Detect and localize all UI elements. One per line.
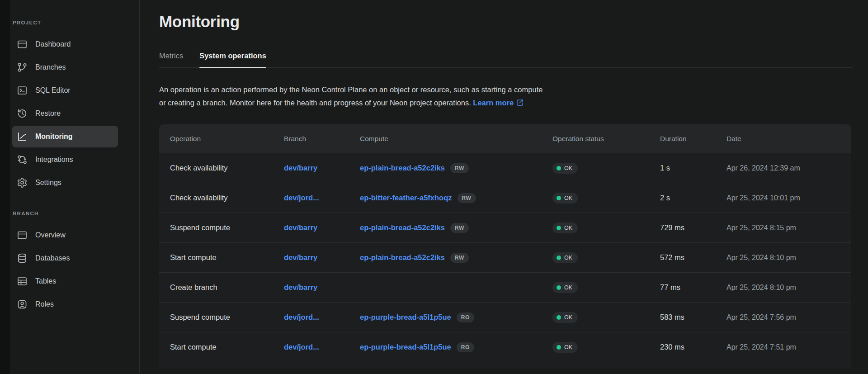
sidebar-item-label: Tables (35, 277, 56, 285)
compute-type-badge: RO (457, 312, 474, 322)
branch-link[interactable]: dev/barry (284, 253, 317, 261)
compute-cell: ep-plain-bread-a52c2iksRW (360, 163, 552, 173)
branches-icon (17, 62, 28, 73)
sidebar-item-overview[interactable]: Overview (12, 224, 118, 246)
status-ok-dot-icon (557, 196, 561, 200)
status-label: OK (564, 195, 572, 201)
databases-icon (17, 253, 28, 264)
table-row: Check availabilitydev/jord...ep-bitter-f… (159, 183, 851, 213)
status-cell: OK (552, 223, 660, 233)
compute-type-badge: RO (457, 342, 474, 352)
duration-cell: 729 ms (660, 223, 726, 232)
operation-cell: Check availability (170, 164, 284, 172)
sidebar-item-integrations[interactable]: Integrations (12, 149, 118, 170)
compute-link[interactable]: ep-purple-bread-a5l1p5ue (360, 343, 451, 351)
date-cell: Apr 25, 2024 8:15 pm (726, 224, 851, 232)
compute-cell: ep-bitter-feather-a5fxhoqzRW (360, 193, 552, 203)
sidebar-item-label: Roles (35, 300, 54, 308)
status-cell: OK (552, 342, 660, 353)
sidebar-item-monitoring[interactable]: Monitoring (12, 126, 118, 147)
operation-cell: Create branch (170, 283, 284, 292)
date-cell: Apr 25, 2024 7:56 pm (726, 313, 851, 322)
roles-icon (17, 299, 28, 310)
operation-cell: Start compute (170, 253, 284, 262)
column-header-operation: Operation (170, 135, 284, 143)
table-row: Create branchdev/barryOK77 msApr 25, 202… (159, 272, 851, 302)
compute-cell: ep-purple-bread-a5l1p5ueRO (360, 312, 552, 322)
branch-cell: dev/jord... (284, 194, 360, 202)
status-ok-dot-icon (557, 256, 561, 260)
table-header: OperationBranchComputeOperation statusDu… (159, 124, 851, 153)
status-label: OK (564, 166, 572, 171)
column-header-branch: Branch (284, 135, 360, 143)
dashboard-icon (17, 39, 28, 50)
compute-link[interactable]: ep-plain-bread-a52c2iks (360, 253, 445, 262)
branch-cell: dev/jord... (284, 313, 360, 322)
date-cell: Apr 25, 2024 8:10 pm (726, 284, 851, 292)
duration-cell: 583 ms (660, 313, 726, 322)
branch-link[interactable]: dev/jord... (284, 194, 319, 202)
duration-cell: 1 s (660, 164, 726, 172)
compute-type-badge: RW (450, 253, 469, 263)
column-header-operation-status: Operation status (552, 135, 660, 143)
table-row: Suspend computedev/barryep-plain-bread-a… (159, 213, 851, 242)
status-cell: OK (552, 252, 660, 263)
status-cell: OK (552, 282, 660, 293)
status-badge: OK (552, 342, 578, 353)
status-label: OK (564, 255, 572, 260)
status-ok-dot-icon (557, 285, 561, 290)
branch-cell: dev/barry (284, 164, 360, 172)
status-ok-dot-icon (557, 345, 561, 350)
compute-link[interactable]: ep-bitter-feather-a5fxhoqz (360, 194, 452, 202)
branch-link[interactable]: dev/barry (284, 164, 317, 172)
status-label: OK (564, 285, 572, 290)
table-row: Check availabilitydev/barryep-plain-brea… (159, 153, 851, 183)
branch-link[interactable]: dev/jord... (284, 313, 319, 321)
compute-link[interactable]: ep-plain-bread-a52c2iks (360, 223, 445, 232)
date-cell: Apr 26, 2024 12:39 am (726, 164, 851, 172)
sidebar-item-tables[interactable]: Tables (12, 270, 118, 292)
nav-section-project: PROJECTDashboardBranchesSQL EditorRestor… (10, 20, 139, 194)
duration-cell: 77 ms (660, 283, 726, 292)
date-cell: Apr 25, 2024 7:51 pm (726, 343, 851, 351)
compute-link[interactable]: ep-plain-bread-a52c2iks (360, 164, 445, 172)
tables-icon (17, 276, 28, 287)
sidebar-item-sql-editor[interactable]: SQL Editor (12, 80, 118, 101)
status-badge: OK (552, 223, 578, 233)
compute-link[interactable]: ep-purple-bread-a5l1p5ue (360, 313, 451, 322)
table-row: Suspend computedev/jord...ep-purple-brea… (159, 302, 851, 332)
sidebar-item-restore[interactable]: Restore (12, 103, 118, 124)
column-header-duration: Duration (660, 135, 726, 143)
compute-type-badge: RW (458, 193, 476, 203)
learn-more-link[interactable]: Learn more (473, 99, 524, 107)
operations-table: OperationBranchComputeOperation statusDu… (159, 124, 851, 369)
sidebar-item-roles[interactable]: Roles (12, 294, 118, 315)
sidebar-item-label: Databases (35, 254, 70, 262)
status-cell: OK (552, 193, 660, 204)
compute-cell: ep-plain-bread-a52c2iksRW (360, 223, 552, 233)
operation-cell: Suspend compute (170, 313, 284, 322)
tab-system-operations[interactable]: System operations (199, 52, 266, 67)
table-row: Start computedev/jord...ep-purple-bread-… (159, 332, 851, 362)
branch-link[interactable]: dev/barry (284, 223, 317, 232)
sidebar-item-dashboard[interactable]: Dashboard (12, 33, 118, 55)
branch-link[interactable]: dev/jord... (284, 343, 319, 351)
integrations-icon (17, 154, 28, 165)
table-body: Check availabilitydev/barryep-plain-brea… (159, 153, 851, 362)
sidebar-item-branches[interactable]: Branches (12, 57, 118, 78)
status-cell: OK (552, 163, 660, 174)
sidebar-item-databases[interactable]: Databases (12, 247, 118, 269)
operation-cell: Suspend compute (170, 223, 284, 232)
nav-section-label: BRANCH (13, 211, 139, 216)
date-cell: Apr 25, 2024 8:10 pm (726, 254, 851, 262)
description-line-2: or creating a branch. Monitor here for t… (159, 99, 471, 107)
status-label: OK (564, 315, 572, 320)
compute-type-badge: RW (450, 163, 469, 173)
status-ok-dot-icon (557, 226, 561, 230)
sidebar-item-settings[interactable]: Settings (12, 172, 118, 194)
sidebar-item-label: Overview (35, 231, 66, 239)
branch-cell: dev/barry (284, 223, 360, 232)
column-header-date: Date (726, 135, 851, 143)
branch-link[interactable]: dev/barry (284, 283, 317, 291)
tab-metrics[interactable]: Metrics (159, 52, 183, 67)
